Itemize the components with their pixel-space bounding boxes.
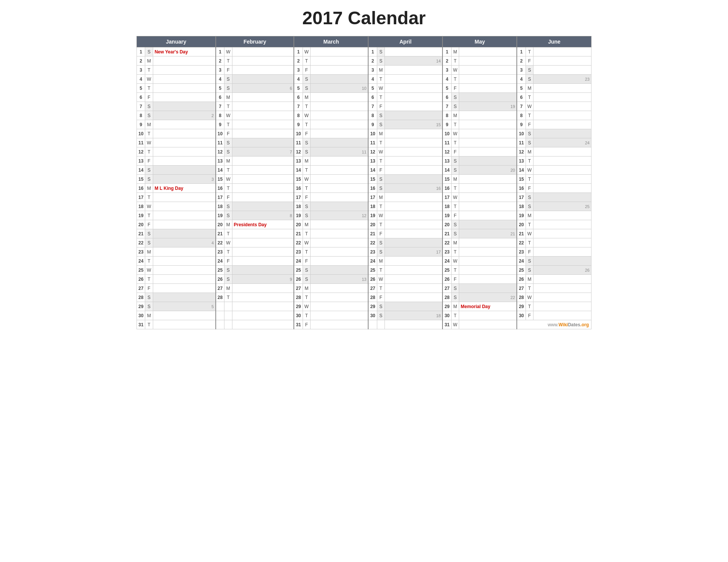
table-row: 4 W 4 S 4 S 4 T 4 T 4 S 23 [137, 75, 592, 84]
table-row: 22 S 4 22 W 22 W 22 S 22 M 22 T [137, 238, 592, 247]
table-row: 12 T 12 S 7 12 S 11 12 W 12 F 12 M [137, 147, 592, 157]
table-row: 6 F 6 M 6 M 6 T 6 S 6 T [137, 93, 592, 102]
table-row: 17 T 17 F 17 F 17 M 17 W 17 S [137, 193, 592, 202]
table-row: 31 T 31 F 31 W www.WikiDates.org [137, 320, 592, 329]
table-row: 29 S 5 29 W 29 S 29 M Memorial Day 29 T [137, 302, 592, 311]
table-row: 13 F 13 M 13 M 13 T 13 S 13 T [137, 157, 592, 166]
table-row: 18 W 18 S 18 S 18 T 18 T 18 S 25 [137, 202, 592, 211]
table-row: 1 S New Year's Day 1 W 1 W 1 S 1 M 1 T [137, 47, 592, 56]
table-row: 28 S 28 T 28 T 28 F 28 S 22 28 W [137, 293, 592, 302]
header-may: May [442, 36, 517, 47]
table-row: 20 F 20 M Presidents Day 20 M 20 T 20 S … [137, 220, 592, 229]
header-february: February [216, 36, 294, 47]
table-row: 14 S 14 T 14 T 14 F 14 S 20 14 W [137, 166, 592, 175]
header-january: January [137, 36, 216, 47]
table-row: 24 T 24 F 24 F 24 M 24 W 24 S [137, 257, 592, 266]
table-row: 9 M 9 T 9 T 9 S 15 9 T 9 F [137, 120, 592, 129]
table-row: 19 T 19 S 8 19 S 12 19 W 19 F 19 M [137, 211, 592, 220]
table-row: 10 T 10 F 10 F 10 M 10 W 10 S [137, 129, 592, 138]
calendar-table: January February March April May June 1 … [136, 36, 592, 329]
table-row: 15 S 3 15 W 15 W 15 S 15 M 15 T [137, 175, 592, 184]
header-march: March [294, 36, 368, 47]
table-row: 21 S 21 T 21 T 21 F 21 S 21 21 W [137, 229, 592, 238]
table-row: 27 F 27 M 27 M 27 T 27 S 27 T [137, 284, 592, 293]
table-row: 5 T 5 S 6 5 S 10 5 W 5 F 5 M [137, 84, 592, 93]
table-row: 23 M 23 T 23 T 23 S 17 23 T 23 F [137, 247, 592, 257]
table-row: 3 T 3 F 3 F 3 M 3 W 3 S [137, 66, 592, 75]
table-row: 2 M 2 T 2 T 2 S 14 2 T 2 F [137, 56, 592, 66]
table-row: 7 S 7 T 7 T 7 F 7 S 19 7 W [137, 102, 592, 111]
table-row: 16 M M L King Day 16 T 16 T 16 S 16 16 T… [137, 184, 592, 193]
table-row: 30 M 30 T 30 S 18 30 T 30 F [137, 311, 592, 320]
table-row: 8 S 2 8 W 8 W 8 S 8 M 8 T [137, 111, 592, 120]
table-row: 25 W 25 S 25 S 25 T 25 T 25 S 26 [137, 266, 592, 275]
page-title: 2017 Calendar [302, 8, 426, 28]
header-june: June [517, 36, 591, 47]
footer-link: www.WikiDates.org [517, 320, 591, 329]
table-row: 26 T 26 S 9 26 S 13 26 W 26 F 26 M [137, 275, 592, 284]
header-april: April [368, 36, 442, 47]
table-row: 11 W 11 S 11 S 11 T 11 T 11 S 24 [137, 138, 592, 147]
